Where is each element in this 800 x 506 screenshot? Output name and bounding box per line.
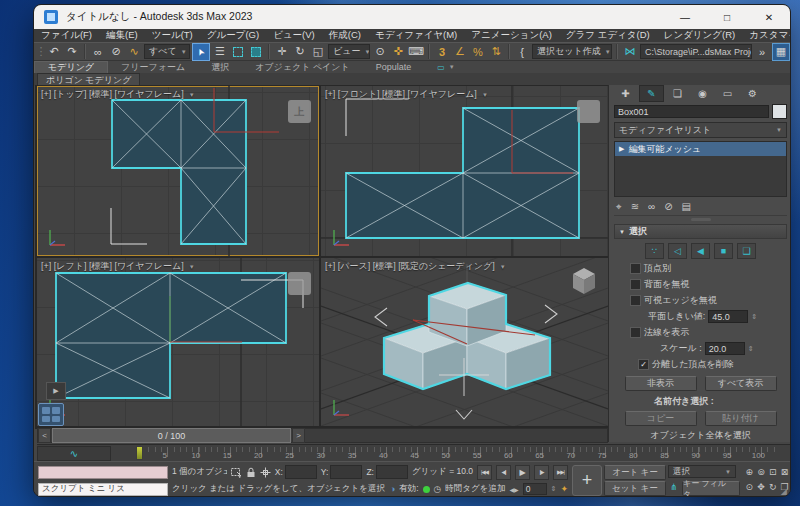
play-button[interactable]: ▶ (515, 465, 530, 480)
select-and-move-button[interactable]: ✛ (274, 44, 290, 60)
save-file-button[interactable]: ▦ (772, 43, 790, 61)
zoom-icon[interactable]: ⊕ (744, 465, 755, 479)
paste-button[interactable]: 貼り付け (705, 411, 777, 426)
pan-hand-icon[interactable]: ✥ (756, 480, 767, 494)
viewport-top[interactable]: [+] [トップ] [標準] [ワイヤフレーム]▼ 上 (37, 86, 319, 256)
current-frame-field[interactable]: 0 (523, 483, 547, 495)
window-crossing-toggle[interactable] (248, 44, 264, 60)
viewcube[interactable] (288, 272, 311, 295)
menu-file[interactable]: ファイル(F) (34, 29, 99, 42)
keyboard-shortcut-override-toggle[interactable]: ⌨ (408, 44, 424, 60)
resize-grip[interactable]: ◢ (781, 487, 787, 496)
menu-animation[interactable]: アニメーション(A) (464, 29, 559, 42)
menu-tools[interactable]: ツール(T) (145, 29, 200, 42)
ribbon-tab-object-paint[interactable]: オブジェクト ペイント (242, 61, 363, 73)
add-time-tag-label[interactable]: 時間タグを追加 (445, 483, 505, 495)
maxscript-macro-recorder[interactable] (38, 466, 168, 479)
menu-edit[interactable]: 編集(E) (99, 29, 145, 42)
ribbon-tab-populate[interactable]: Populate (363, 61, 425, 73)
select-and-scale-button[interactable]: ◱ (310, 44, 326, 60)
tab-display[interactable]: ▭ (716, 86, 739, 101)
viewcube[interactable] (577, 100, 600, 123)
remove-modifier-icon[interactable]: ⊘ (664, 201, 672, 213)
make-unique-icon[interactable]: ∞ (648, 201, 655, 213)
time-slider-next-button[interactable]: > (292, 428, 305, 443)
viewport-front-label[interactable]: [+] [フロント] [標準] [ワイヤフレーム]▼ (325, 88, 488, 101)
default-tangent-icon[interactable]: ⋔ (670, 482, 678, 492)
show-normals-checkbox[interactable] (630, 327, 641, 338)
ribbon-tab-freeform[interactable]: フリーフォーム (108, 61, 198, 73)
selection-filter-dropdown[interactable]: すべて ▼ (144, 44, 190, 59)
tab-hierarchy[interactable]: ❏ (666, 86, 689, 101)
auto-key-button[interactable]: オート キー (604, 465, 666, 480)
next-frame-button[interactable]: ||▶ (534, 465, 549, 480)
ignore-backfacing-checkbox[interactable] (630, 279, 641, 290)
close-button[interactable]: ✕ (748, 5, 790, 29)
select-object-button[interactable]: ➤ (192, 43, 210, 61)
spinner-snap-toggle[interactable]: ⇅ (488, 44, 504, 60)
modifier-stack-item-editable-mesh[interactable]: ▶ 編集可能メッシュ (615, 142, 786, 156)
select-and-manipulate-button[interactable]: ✜ (390, 44, 406, 60)
unlink-selection-button[interactable]: ⊘ (108, 44, 124, 60)
x-coordinate-field[interactable] (285, 465, 317, 479)
tab-motion[interactable]: ◉ (691, 86, 714, 101)
time-slider[interactable]: < 0 / 100 > (37, 428, 608, 443)
project-folder-dropdown[interactable]: C:\Storage\iP...dsMax Project ▼ (640, 44, 752, 59)
maximize-button[interactable]: □ (706, 5, 748, 29)
configure-modifier-sets-icon[interactable]: ▤ (682, 201, 691, 213)
snaps-toggle-3d[interactable]: 3 (434, 44, 450, 60)
delete-isolated-vertices-checkbox[interactable]: ✓ (638, 359, 649, 370)
use-pivot-point-center-button[interactable]: ⊙ (372, 44, 388, 60)
viewport-perspective-label[interactable]: [+] [パース] [標準] [既定のシェーディング]▼ (325, 260, 506, 273)
subobject-element-button[interactable]: ❑ (737, 243, 756, 259)
absolute-offset-toggle-icon[interactable] (260, 467, 271, 478)
viewport-left[interactable]: [+] [レフト] [標準] [ワイヤフレーム]▼ (37, 258, 319, 426)
modifier-list-dropdown[interactable]: モディファイヤリスト ▼ (614, 122, 787, 138)
rollout-selection[interactable]: ▼ 選択 (614, 224, 787, 239)
percent-snap-toggle[interactable]: % (470, 44, 486, 60)
time-slider-handle[interactable]: 0 / 100 (52, 428, 291, 443)
menu-graph-editors[interactable]: グラフ エディタ(D) (559, 29, 657, 42)
zoom-extents-all-icon[interactable]: ⊠ (779, 465, 790, 479)
z-coordinate-field[interactable] (376, 465, 408, 479)
reference-coordinate-dropdown[interactable]: ビュー ▼ (328, 44, 370, 59)
open-mini-curve-editor-button[interactable]: ∿ (37, 446, 111, 461)
viewport-front[interactable]: [+] [フロント] [標準] [ワイヤフレーム]▼ (321, 86, 608, 256)
mirror-button[interactable]: ⋈ (622, 44, 638, 60)
ignore-visible-edges-checkbox[interactable] (630, 295, 641, 306)
track-bar[interactable]: ∿ 510 1520 2530 3540 4550 5560 6570 7580… (37, 444, 791, 461)
normals-scale-field[interactable]: 20.0 (705, 342, 745, 355)
menu-views[interactable]: ビュー(V) (266, 29, 322, 42)
planar-threshold-field[interactable]: 45.0 (708, 310, 748, 323)
menu-customize[interactable]: カスタマイズ(U) (742, 29, 791, 42)
viewport-perspective[interactable]: [+] [パース] [標準] [既定のシェーディング]▼ (321, 258, 608, 426)
object-color-swatch[interactable] (772, 104, 787, 119)
maxscript-mini-listener[interactable]: スクリプト ミニ リス (38, 483, 168, 496)
zoom-region-icon[interactable]: ⊙ (744, 480, 755, 494)
menu-create[interactable]: 作成(C) (322, 29, 368, 42)
tab-modify[interactable]: ✎ (639, 85, 664, 102)
pin-stack-icon[interactable]: ⌖ (616, 201, 622, 213)
zoom-all-icon[interactable]: ⊚ (756, 465, 767, 479)
select-and-link-button[interactable]: ∞ (90, 44, 106, 60)
adaptive-degradation-icon[interactable]: ◑ (390, 484, 395, 494)
key-mode-toggle-icon[interactable]: ✦ (560, 484, 568, 494)
by-vertex-checkbox[interactable] (630, 263, 641, 274)
viewcube[interactable]: 上 (288, 100, 311, 123)
previous-frame-button[interactable]: ◀|| (496, 465, 511, 480)
edit-named-selection-sets-button[interactable]: { (514, 44, 530, 60)
zoom-extents-icon[interactable]: ⊡ (768, 465, 779, 479)
spinner-icon[interactable]: ⇕ (751, 313, 757, 321)
toolbar-overflow-chevron[interactable]: » (754, 44, 770, 60)
viewport-top-label[interactable]: [+] [トップ] [標準] [ワイヤフレーム]▼ (41, 88, 195, 101)
rectangular-selection-region-button[interactable] (230, 44, 246, 60)
viewport-layout-tabs-button[interactable] (38, 403, 64, 426)
spinner-icon[interactable]: ⇕ (551, 485, 557, 493)
tab-utilities[interactable]: ⚙ (741, 86, 764, 101)
set-key-button[interactable]: セット キー (604, 481, 666, 496)
object-name-field[interactable]: Box001 (614, 105, 769, 118)
undo-button[interactable]: ↶ (46, 44, 62, 60)
set-keys-button[interactable]: + (572, 465, 602, 496)
named-selection-sets-dropdown[interactable]: 選択セット作成 ▼ (532, 44, 612, 59)
ribbon-tab-modeling[interactable]: モデリング (34, 61, 108, 73)
